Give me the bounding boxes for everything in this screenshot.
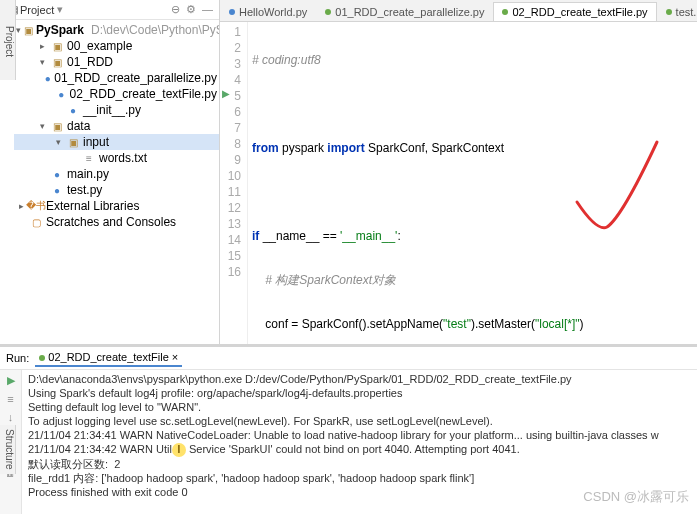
tree-item[interactable]: data <box>67 119 90 133</box>
python-file-icon: ● <box>50 184 64 196</box>
python-file-icon <box>325 9 331 15</box>
tree-item[interactable]: 01_RDD_create_parallelize.py <box>54 71 217 85</box>
run-config-tab[interactable]: 02_RDD_create_textFile × <box>35 349 182 367</box>
line-gutter: 12345678910111213141516 <box>220 22 248 344</box>
folder-icon: ▣ <box>50 40 64 52</box>
tree-item[interactable]: Scratches and Consoles <box>46 215 176 229</box>
tab-parallelize[interactable]: 01_RDD_create_parallelize.py <box>316 2 493 21</box>
python-file-icon <box>502 9 508 15</box>
project-tree[interactable]: ▾▣PySparkD:\dev\Code\Python\PySpark ▸▣00… <box>0 20 219 344</box>
tree-item[interactable]: words.txt <box>99 151 147 165</box>
python-file-icon <box>666 9 672 15</box>
project-header-label: Project <box>20 4 54 16</box>
tree-item[interactable]: main.py <box>67 167 109 181</box>
tree-root[interactable]: PySpark <box>36 23 84 37</box>
library-icon: �书 <box>29 200 43 212</box>
run-gutter-icon[interactable]: ▶ <box>222 88 230 99</box>
down-icon[interactable]: ↓ <box>8 411 14 423</box>
structure-tool-tab[interactable]: Structure <box>0 425 16 474</box>
folder-icon: ▣ <box>50 120 64 132</box>
python-file-icon: ● <box>66 104 80 116</box>
tab-textfile[interactable]: 02_RDD_create_textFile.py <box>493 2 656 21</box>
python-file-icon: ● <box>44 72 51 84</box>
tab-helloworld[interactable]: HelloWorld.py <box>220 2 316 21</box>
python-file-icon: ● <box>56 88 67 100</box>
run-panel-label: Run: <box>6 352 29 364</box>
tree-item[interactable]: External Libraries <box>46 199 139 213</box>
watermark: CSDN @冰露可乐 <box>583 488 689 506</box>
project-tool-tab[interactable]: Project <box>0 0 16 80</box>
tree-item[interactable]: 02_RDD_create_textFile.py <box>70 87 217 101</box>
tree-item[interactable]: test.py <box>67 183 102 197</box>
project-header: ▤ Project ▾ ⊖ ⚙ — <box>0 0 219 20</box>
folder-icon: ▣ <box>50 56 64 68</box>
tree-item[interactable]: 00_example <box>67 39 132 53</box>
scratch-icon: ▢ <box>29 216 43 228</box>
settings-icon[interactable]: ⚙ <box>186 3 196 16</box>
python-file-icon: ● <box>50 168 64 180</box>
folder-icon: ▣ <box>24 24 33 36</box>
tree-item-selected[interactable]: input <box>83 135 109 149</box>
python-file-icon <box>229 9 235 15</box>
tree-item[interactable]: __init__.py <box>83 103 141 117</box>
text-file-icon: ≡ <box>82 152 96 164</box>
stop-icon[interactable]: ≡ <box>7 393 13 405</box>
tab-test[interactable]: test.py <box>657 2 697 21</box>
editor-tabs: HelloWorld.py 01_RDD_create_parallelize.… <box>220 0 697 22</box>
rerun-icon[interactable]: ▶ <box>7 374 15 387</box>
text-cursor-icon: I <box>172 443 186 457</box>
collapse-icon[interactable]: ⊖ <box>171 3 180 16</box>
python-file-icon <box>39 355 45 361</box>
code-editor[interactable]: ▶ 12345678910111213141516 # coding:utf8 … <box>220 22 697 344</box>
hide-icon[interactable]: — <box>202 3 213 16</box>
checkmark-annotation <box>567 132 667 252</box>
tree-item[interactable]: 01_RDD <box>67 55 113 69</box>
folder-icon: ▣ <box>66 136 80 148</box>
